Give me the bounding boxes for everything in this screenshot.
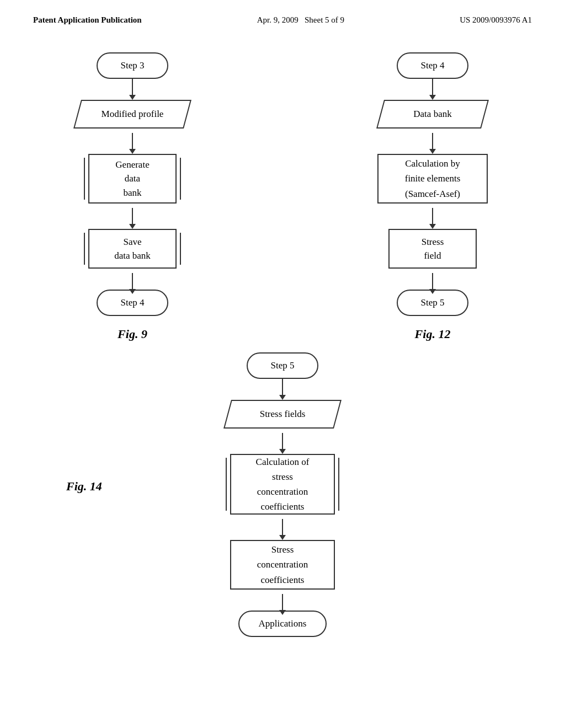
fig12-label: Fig. 12 xyxy=(415,327,451,341)
fig12-databank: Data bank xyxy=(380,100,485,129)
arrow3-fig9 xyxy=(132,208,133,224)
header-publication: Patent Application Publication xyxy=(33,15,142,25)
arrow3-fig12 xyxy=(432,208,433,224)
arrow1-fig12 xyxy=(432,79,433,95)
arrow2-fig12 xyxy=(432,133,433,149)
header-patent-number: US 2009/0093976 A1 xyxy=(460,15,532,25)
arrow2-fig9 xyxy=(132,133,133,149)
main-content: Step 3 Modified profile Generate data ba… xyxy=(0,30,565,654)
page: Patent Application Publication Apr. 9, 2… xyxy=(0,0,565,728)
arrow4-fig14 xyxy=(282,594,283,611)
fig14-calc-stress-conc: Calculation of stress concentration coef… xyxy=(230,454,335,515)
top-two-col: Step 3 Modified profile Generate data ba… xyxy=(22,47,543,341)
fig9-column: Step 3 Modified profile Generate data ba… xyxy=(44,52,221,341)
fig14-section: Fig. 14 Step 5 Stress fields Calcu xyxy=(22,352,543,637)
header: Patent Application Publication Apr. 9, 2… xyxy=(0,0,565,30)
fig14-step5: Step 5 xyxy=(247,352,318,379)
fig9-step3: Step 3 xyxy=(97,52,168,79)
arrow3-fig14 xyxy=(282,519,283,536)
fig9-generate-databank: Generate data bank xyxy=(88,154,177,204)
fig14-label: Fig. 14 xyxy=(66,479,102,494)
fig12-calc-finite: Calculation by finite elements (Samcef-A… xyxy=(377,154,488,204)
arrow2-fig14 xyxy=(282,433,283,449)
fig9-modified-profile: Modified profile xyxy=(77,100,188,129)
fig14-stress-fields: Stress fields xyxy=(227,400,338,429)
arrow4-fig12 xyxy=(432,273,433,290)
fig14-stress-conc-coeff: Stress concentration coefficients xyxy=(230,540,335,590)
fig12-step4: Step 4 xyxy=(397,52,468,79)
arrow1-fig9 xyxy=(132,79,133,95)
arrow4-fig9 xyxy=(132,273,133,290)
fig9-save-databank: Save data bank xyxy=(88,229,177,269)
header-date-sheet: Apr. 9, 2009 Sheet 5 of 9 xyxy=(257,15,344,25)
arrow1-fig14 xyxy=(282,379,283,395)
fig14-column: Step 5 Stress fields Calculation of stre… xyxy=(200,352,365,637)
fig12-column: Step 4 Data bank Calculation by finite e… xyxy=(344,52,521,341)
fig9-label: Fig. 9 xyxy=(118,327,147,341)
fig12-stress-field: Stress field xyxy=(388,229,477,269)
